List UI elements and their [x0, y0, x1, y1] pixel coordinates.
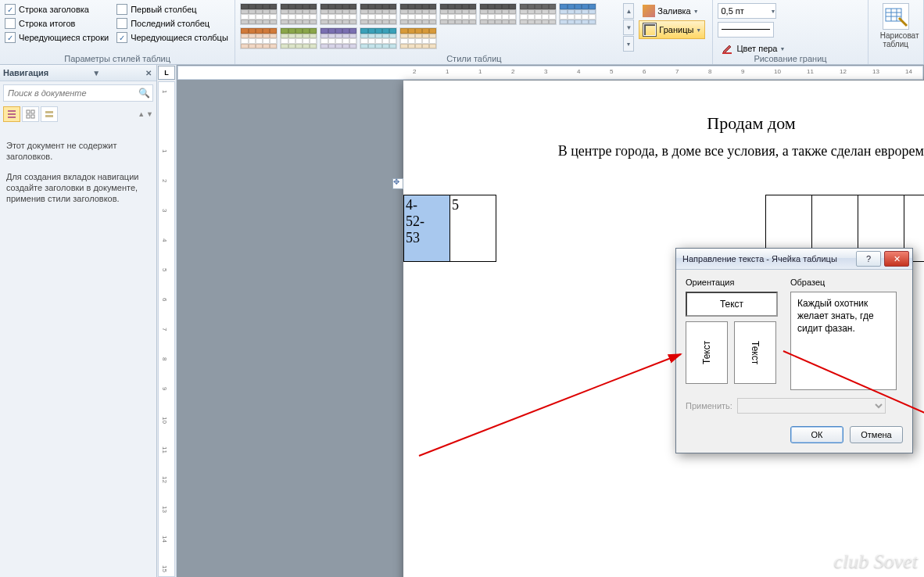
- shading-button[interactable]: Заливка▼: [639, 2, 705, 20]
- group-table-styles: Стили таблиц: [235, 54, 712, 63]
- table-style-thumb[interactable]: [320, 27, 357, 49]
- tab-selector[interactable]: L: [158, 66, 175, 80]
- chk-banded-rows[interactable]: Чередующиеся строки: [5, 31, 109, 44]
- svg-rect-6: [31, 110, 34, 113]
- svg-rect-5: [27, 110, 30, 113]
- table-style-thumb[interactable]: [559, 3, 596, 25]
- table-style-thumb[interactable]: [360, 27, 397, 49]
- orientation-horizontal[interactable]: Текст: [686, 292, 778, 317]
- nav-title: Навигация: [3, 68, 48, 77]
- draw-table-button[interactable]: Нарисоваттаблиц: [880, 3, 911, 48]
- group-table-style-options: Параметры стилей таблиц: [0, 54, 235, 63]
- orientation-top-to-bottom[interactable]: Текст: [734, 321, 776, 384]
- table-style-thumb[interactable]: [519, 3, 557, 25]
- table-style-thumb[interactable]: [360, 3, 397, 25]
- navigation-pane: Навигация ▼ ✕ 🔍 ▲ ▼ Этот документ не сод…: [0, 65, 157, 577]
- pen-style-combo[interactable]: [718, 22, 774, 38]
- gallery-down[interactable]: ▼: [623, 20, 634, 35]
- dialog-close-button[interactable]: ✕: [884, 251, 909, 267]
- draw-table-icon: [883, 3, 909, 30]
- chk-total-row[interactable]: Строка итогов: [5, 17, 109, 30]
- table-style-thumb[interactable]: [479, 3, 517, 25]
- orientation-label: Ориентация: [686, 278, 779, 287]
- svg-rect-9: [45, 111, 53, 113]
- dialog-titlebar[interactable]: Направление текста - Ячейка таблицы ? ✕: [676, 249, 912, 270]
- borders-button[interactable]: Границы▼: [639, 20, 705, 39]
- table-style-thumb[interactable]: [280, 27, 317, 49]
- nav-empty-msg2: Для создания вкладок навигации создайте …: [6, 171, 150, 205]
- nav-dropdown[interactable]: ▼: [91, 69, 102, 77]
- sample-label: Образец: [790, 278, 884, 287]
- svg-rect-2: [8, 110, 16, 112]
- table-move-handle[interactable]: [392, 178, 403, 189]
- gallery-up[interactable]: ▲: [623, 3, 634, 19]
- apply-combo: [737, 398, 886, 414]
- borders-icon: [643, 23, 657, 37]
- group-draw-borders: Рисование границ: [713, 54, 867, 63]
- ok-button[interactable]: ОК: [790, 426, 843, 443]
- table-style-thumb[interactable]: [240, 3, 278, 25]
- dialog-help-button[interactable]: ?: [856, 251, 881, 267]
- nav-close[interactable]: ✕: [144, 69, 153, 77]
- nav-tab-pages[interactable]: [22, 106, 39, 122]
- table-style-thumb[interactable]: [280, 3, 317, 25]
- nav-next[interactable]: ▼: [146, 110, 153, 118]
- pen-icon: [722, 42, 734, 55]
- watermark: club Sovet: [833, 550, 918, 573]
- ribbon: Строка заголовка Строка итогов Чередующи…: [0, 0, 924, 65]
- table-styles-gallery[interactable]: [240, 3, 623, 48]
- search-icon[interactable]: 🔍: [138, 88, 150, 99]
- table-style-thumb[interactable]: [439, 3, 477, 25]
- paint-bucket-icon: [643, 5, 655, 17]
- table-style-thumb[interactable]: [399, 3, 437, 25]
- nav-tab-headings[interactable]: [3, 106, 20, 122]
- svg-rect-4: [8, 116, 16, 118]
- nav-search-box[interactable]: 🔍: [3, 84, 153, 102]
- apply-label: Применить:: [686, 401, 732, 410]
- gallery-more[interactable]: ▾: [623, 36, 634, 52]
- table-style-thumb[interactable]: [399, 27, 437, 49]
- doc-title[interactable]: Продам дом: [403, 113, 924, 134]
- svg-rect-8: [31, 115, 34, 118]
- search-input[interactable]: [6, 88, 138, 99]
- chk-last-col[interactable]: Последний столбец: [116, 17, 228, 30]
- svg-rect-3: [8, 113, 16, 115]
- chk-first-col[interactable]: Первый столбец: [116, 3, 228, 16]
- chk-banded-cols[interactable]: Чередующиеся столбцы: [116, 31, 228, 44]
- table-style-thumb[interactable]: [320, 3, 357, 25]
- document-area[interactable]: 21123456789101112131415 Продам дом В цен…: [177, 65, 924, 577]
- pen-weight-combo[interactable]: 0,5 пт▼: [718, 3, 776, 19]
- svg-rect-7: [27, 115, 30, 118]
- nav-prev[interactable]: ▲: [138, 110, 145, 118]
- table-style-thumb[interactable]: [240, 27, 278, 49]
- sample-preview: Каждый охотник желает знать, где сидит ф…: [790, 292, 897, 390]
- nav-empty-msg1: Этот документ не содержит заголовков.: [6, 140, 150, 163]
- text-direction-dialog: Направление текста - Ячейка таблицы ? ✕ …: [675, 248, 913, 453]
- table-cell[interactable]: 5: [450, 195, 496, 262]
- horizontal-ruler[interactable]: 21123456789101112131415: [177, 66, 923, 80]
- vertical-ruler[interactable]: 112345678910111213141516: [158, 81, 175, 577]
- doc-subtitle[interactable]: В центре города, в доме все условия, а т…: [403, 143, 924, 159]
- nav-tab-results[interactable]: [41, 106, 58, 122]
- orientation-bottom-to-top[interactable]: Текст: [686, 321, 728, 384]
- svg-rect-10: [45, 115, 53, 117]
- cancel-button[interactable]: Отмена: [850, 426, 903, 443]
- chk-header-row[interactable]: Строка заголовка: [5, 3, 109, 16]
- table-cell-selected[interactable]: 4-52-53: [404, 195, 450, 262]
